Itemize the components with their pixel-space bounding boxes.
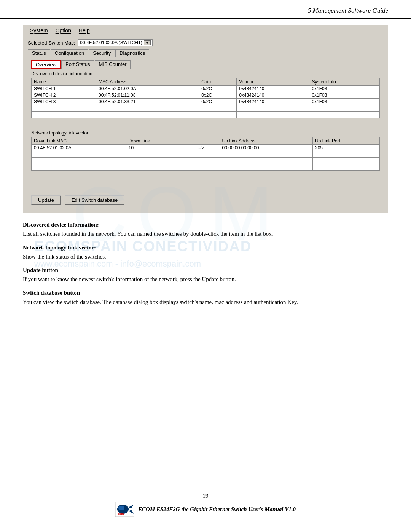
table-row-empty	[32, 151, 380, 158]
topo-col-up-port: Up Link Port	[313, 137, 380, 145]
main-tab-strip: Status Configuration Security Diagnostic…	[28, 49, 383, 57]
update-button[interactable]: Update	[31, 195, 61, 205]
col-sysinfo: System Info	[309, 78, 380, 86]
buttons-row: Update Edit Switch database	[31, 195, 380, 205]
svg-text:com: com	[118, 512, 124, 516]
desc-topology-text: Show the link status of the switches.	[23, 252, 388, 261]
desc-topology-title: Network topology link vector:	[23, 244, 388, 251]
desc-topology: Network topology link vector: Show the l…	[23, 244, 388, 261]
topology-label: Network topology link vector:	[31, 130, 380, 136]
table-row: SWITCH 300:4F:52:01:33:210x2C0x434241400…	[32, 99, 380, 105]
page-footer: 19 com ECOM ES24F2G the Gigabit Ethernet…	[0, 493, 411, 517]
desc-update: Update button If you want to know the ne…	[23, 267, 388, 284]
dropdown-arrow-icon[interactable]: ▼	[144, 40, 151, 45]
device-info-label: Discovered device information:	[31, 71, 380, 77]
switch-mac-value: 00:4F:52:01:02:0A (SWITCH1)	[80, 40, 142, 45]
window-body: Selected Switch Mac: 00:4F:52:01:02:0A (…	[23, 35, 388, 213]
inner-tab-port-status[interactable]: Port Status	[61, 60, 94, 69]
desc-discovered: Discovered device information: List all …	[23, 222, 388, 238]
edit-switch-database-button[interactable]: Edit Switch database	[65, 195, 124, 205]
table-row-empty	[32, 164, 380, 171]
desc-switchdb-text: You can view the switch database. The da…	[23, 298, 388, 307]
menu-help[interactable]: Help	[75, 27, 94, 34]
tab-panel: Overview Port Status MIB Counter Discove…	[28, 57, 383, 208]
desc-switchdb-title: Switch database button	[23, 290, 388, 296]
table-row-empty	[32, 105, 380, 112]
col-name: Name	[32, 78, 96, 86]
topo-col-down-mac: Down Link MAC	[32, 137, 126, 145]
switch-mac-label: Selected Switch Mac:	[28, 40, 75, 46]
tab-configuration[interactable]: Configuration	[51, 49, 88, 57]
topo-col-arrow	[196, 137, 220, 145]
footer-logo-row: com ECOM ES24F2G the Gigabit Ethernet Sw…	[115, 502, 296, 517]
tab-security[interactable]: Security	[89, 49, 115, 57]
tab-diagnostics[interactable]: Diagnostics	[115, 49, 149, 57]
col-mac: MAC Address	[96, 78, 199, 86]
col-vendor: Vendor	[237, 78, 309, 86]
table-row: SWITCH 200:4F:52:01:11:080x2C0x434241400…	[32, 92, 380, 99]
topo-col-down-link: Down Link ...	[126, 137, 196, 145]
table-row-empty	[32, 158, 380, 164]
desc-discovered-title: Discovered device information:	[23, 222, 388, 228]
menu-system[interactable]: System	[26, 27, 52, 34]
footer-text: ECOM ES24F2G the Gigabit Ethernet Switch…	[138, 506, 296, 513]
switch-mac-row: Selected Switch Mac: 00:4F:52:01:02:0A (…	[28, 39, 383, 46]
desc-discovered-text: List all switches founded in the network…	[23, 230, 388, 238]
menu-option[interactable]: Option	[52, 27, 75, 34]
page-header: 5 Management Software Guide	[0, 0, 411, 19]
footer-logo-icon: com	[115, 502, 134, 517]
table-row: SWITCH 100:4F:52:01:02:0A0x2C0x434241400…	[32, 86, 380, 92]
inner-tab-strip: Overview Port Status MIB Counter	[31, 60, 380, 69]
topo-col-up-addr: Up Link Address	[220, 137, 312, 145]
desc-update-title: Update button	[23, 267, 388, 273]
tab-status[interactable]: Status	[28, 49, 50, 57]
app-window: System Option Help Selected Switch Mac: …	[23, 25, 388, 213]
desc-update-text: If you want to know the newest switch's …	[23, 275, 388, 284]
page-number: 19	[203, 493, 209, 499]
chapter-title: 5 Management Software Guide	[308, 7, 388, 14]
switch-mac-dropdown[interactable]: 00:4F:52:01:02:0A (SWITCH1) ▼	[78, 39, 152, 46]
menu-bar: System Option Help	[23, 25, 388, 35]
device-info-table: Name MAC Address Chip Vendor System Info…	[31, 78, 380, 118]
inner-tab-mib-counter[interactable]: MIB Counter	[95, 60, 131, 69]
svg-point-9	[118, 506, 124, 510]
table-row-empty	[32, 112, 380, 118]
desc-switchdb: Switch database button You can view the …	[23, 290, 388, 307]
table-row: 00:4F:52:01:02:0A10-->00:00:00:00:00:002…	[32, 145, 380, 151]
topology-table: Down Link MAC Down Link ... Up Link Addr…	[31, 137, 380, 171]
col-chip: Chip	[199, 78, 237, 86]
inner-tab-overview[interactable]: Overview	[31, 60, 61, 69]
